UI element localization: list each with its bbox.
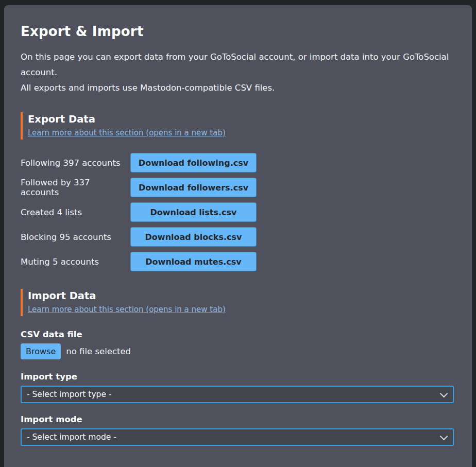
file-input-row: Browse no file selected — [21, 343, 454, 359]
import-type-select[interactable]: - Select import type - — [21, 386, 454, 403]
export-rows: Following 397 accounts Download followin… — [21, 153, 454, 271]
csv-file-label: CSV data file — [21, 330, 454, 339]
import-section-header: Import Data Learn more about this sectio… — [21, 289, 454, 316]
import-type-selected-value: - Select import type - — [27, 390, 112, 399]
lists-count-label: Created 4 lists — [21, 207, 130, 217]
csv-file-field: CSV data file Browse no file selected — [21, 330, 454, 359]
import-mode-label: Import mode — [21, 414, 454, 424]
export-row-lists: Created 4 lists Download lists.csv — [21, 202, 454, 222]
export-import-panel: Export & Import On this page you can exp… — [4, 5, 472, 467]
export-row-blocks: Blocking 95 accounts Download blocks.csv — [21, 227, 454, 247]
export-row-mutes: Muting 5 accounts Download mutes.csv — [21, 252, 454, 271]
export-section: Export Data Learn more about this sectio… — [21, 112, 454, 271]
import-learn-more-link[interactable]: Learn more about this section (opens in … — [28, 305, 226, 314]
page-description: On this page you can export data from yo… — [21, 49, 454, 96]
import-section: Import Data Learn more about this sectio… — [21, 289, 454, 467]
blocks-count-label: Blocking 95 accounts — [21, 232, 130, 242]
import-section-title: Import Data — [28, 290, 454, 302]
description-line-1: On this page you can export data from yo… — [21, 49, 454, 80]
import-type-label: Import type — [21, 372, 454, 382]
chevron-down-icon — [440, 389, 448, 397]
import-mode-selected-value: - Select import mode - — [27, 433, 116, 442]
chevron-down-icon — [440, 432, 448, 440]
export-learn-more-link[interactable]: Learn more about this section (opens in … — [28, 128, 226, 137]
export-row-following: Following 397 accounts Download followin… — [21, 153, 454, 172]
download-followers-button[interactable]: Download followers.csv — [130, 178, 257, 197]
import-mode-select[interactable]: - Select import mode - — [21, 428, 454, 446]
import-mode-field: Import mode - Select import mode - — [21, 414, 454, 446]
description-line-2: All exports and imports use Mastodon-com… — [21, 80, 454, 96]
import-type-field: Import type - Select import type - — [21, 372, 454, 403]
download-mutes-button[interactable]: Download mutes.csv — [130, 252, 257, 271]
download-blocks-button[interactable]: Download blocks.csv — [130, 227, 257, 247]
file-status-text: no file selected — [66, 347, 131, 356]
download-lists-button[interactable]: Download lists.csv — [130, 202, 257, 222]
export-row-followers: Followed by 337 accounts Download follow… — [21, 178, 454, 197]
following-count-label: Following 397 accounts — [21, 158, 130, 168]
page-title: Export & Import — [21, 24, 454, 39]
export-section-header: Export Data Learn more about this sectio… — [21, 112, 454, 140]
followers-count-label: Followed by 337 accounts — [21, 178, 130, 197]
mutes-count-label: Muting 5 accounts — [21, 257, 130, 267]
export-section-title: Export Data — [28, 113, 454, 125]
browse-button[interactable]: Browse — [21, 343, 61, 359]
download-following-button[interactable]: Download following.csv — [130, 153, 257, 172]
